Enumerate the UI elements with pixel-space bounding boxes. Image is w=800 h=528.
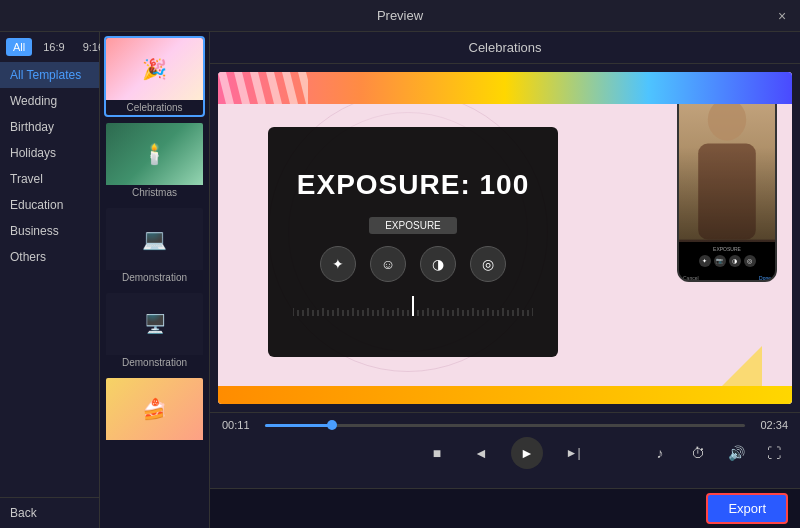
template-item-demo1[interactable]: Demonstration (104, 206, 205, 287)
sidebar-item-others[interactable]: Others (0, 244, 99, 270)
progress-thumb[interactable] (327, 420, 337, 430)
window-title: Preview (377, 8, 423, 23)
title-bar: Preview × (0, 0, 800, 32)
sidebar-item-travel[interactable]: Travel (0, 166, 99, 192)
next-button[interactable]: ►| (559, 439, 587, 467)
exposure-title: EXPOSURE: 100 (297, 169, 529, 201)
phone-controls: EXPOSURE ✦ 📷 ◑ ◎ (679, 242, 775, 273)
template-thumb-celebrations (106, 38, 203, 100)
template-thumb-christmas (106, 123, 203, 185)
filter-tab-16-9[interactable]: 16:9 (36, 38, 71, 56)
phone-exposure-label: EXPOSURE (683, 246, 771, 252)
template-item-celebrations[interactable]: Celebrations (104, 36, 205, 117)
template-label-christmas: Christmas (106, 185, 203, 200)
total-time: 02:34 (753, 419, 788, 431)
timer-button[interactable]: ⏱ (684, 439, 712, 467)
phone-screen (679, 84, 775, 242)
progress-fill (265, 424, 332, 427)
template-label-food (106, 440, 203, 444)
controls-row-wrapper: ■ ◄ ► ►| ♪ ⏱ 🔊 ⛶ (222, 437, 788, 469)
bottom-bar: Export (210, 488, 800, 528)
filter-tabs: All 16:9 9:16 (0, 32, 99, 62)
template-label-demo2: Demonstration (106, 355, 203, 370)
template-thumb-food (106, 378, 203, 440)
fullscreen-button[interactable]: ⛶ (760, 439, 788, 467)
preview-title: Celebrations (469, 40, 542, 55)
sidebar-item-all-templates[interactable]: All Templates (0, 62, 99, 88)
stripe-pattern (218, 72, 308, 104)
svg-point-52 (708, 98, 746, 140)
sidebar-item-business[interactable]: Business (0, 218, 99, 244)
preview-area: Celebrations (210, 32, 800, 528)
template-list: Celebrations Christmas Demonstration Dem… (100, 32, 210, 528)
sidebar-item-birthday[interactable]: Birthday (0, 114, 99, 140)
stop-button[interactable]: ■ (423, 439, 451, 467)
preview-header: Celebrations (210, 32, 800, 64)
template-label-demo1: Demonstration (106, 270, 203, 285)
phone-ctrl-2[interactable]: 📷 (714, 255, 726, 267)
back-button[interactable]: Back (0, 497, 99, 528)
controls-row: ■ ◄ ► ►| (423, 437, 587, 469)
phone-ctrl-3[interactable]: ◑ (729, 255, 741, 267)
close-button[interactable]: × (774, 8, 790, 24)
exposure-emoji-btn[interactable]: ☺ (370, 246, 406, 282)
sidebar: All 16:9 9:16 All Templates Wedding Birt… (0, 32, 100, 528)
svg-rect-1 (218, 72, 308, 104)
play-button[interactable]: ► (511, 437, 543, 469)
template-thumb-demo2 (106, 293, 203, 355)
exposure-box: EXPOSURE: 100 EXPOSURE ✦ ☺ ◑ ◎ (268, 127, 558, 357)
main-layout: All 16:9 9:16 All Templates Wedding Birt… (0, 32, 800, 528)
category-list: All Templates Wedding Birthday Holidays … (0, 62, 99, 497)
phone-ctrl-1[interactable]: ✦ (699, 255, 711, 267)
exposure-contrast-btn[interactable]: ◑ (420, 246, 456, 282)
export-button[interactable]: Export (706, 493, 788, 524)
template-item-demo2[interactable]: Demonstration (104, 291, 205, 372)
template-item-christmas[interactable]: Christmas (104, 121, 205, 202)
sidebar-item-wedding[interactable]: Wedding (0, 88, 99, 114)
current-time: 00:11 (222, 419, 257, 431)
music-button[interactable]: ♪ (646, 439, 674, 467)
template-thumb-demo1 (106, 208, 203, 270)
preview-canvas: EXPOSURE: 100 EXPOSURE ✦ ☺ ◑ ◎ (218, 72, 792, 404)
preview-bottom-strip (218, 386, 792, 404)
playback-bar: 00:11 02:34 ■ ◄ ► ►| ♪ ⏱ 🔊 (210, 412, 800, 488)
volume-button[interactable]: 🔊 (722, 439, 750, 467)
phone-cancel-label[interactable]: Cancel (683, 275, 699, 281)
exposure-circle-btn[interactable]: ◎ (470, 246, 506, 282)
sidebar-item-holidays[interactable]: Holidays (0, 140, 99, 166)
right-icons: ♪ ⏱ 🔊 ⛶ (646, 439, 788, 467)
exposure-magic-btn[interactable]: ✦ (320, 246, 356, 282)
exposure-slider[interactable] (293, 296, 533, 316)
progress-row: 00:11 02:34 (222, 419, 788, 431)
phone-mockup: EXPOSURE ✦ 📷 ◑ ◎ Cancel Done (677, 82, 777, 282)
phone-done-label[interactable]: Done (759, 275, 771, 281)
template-label-celebrations: Celebrations (106, 100, 203, 115)
prev-button[interactable]: ◄ (467, 439, 495, 467)
filter-tab-all[interactable]: All (6, 38, 32, 56)
progress-track[interactable] (265, 424, 745, 427)
template-item-food[interactable] (104, 376, 205, 446)
phone-action-bar: Cancel Done (679, 273, 775, 282)
svg-rect-53 (698, 144, 756, 240)
preview-background: EXPOSURE: 100 EXPOSURE ✦ ☺ ◑ ◎ (218, 72, 792, 404)
sidebar-item-education[interactable]: Education (0, 192, 99, 218)
phone-ctrl-4[interactable]: ◎ (744, 255, 756, 267)
preview-top-bar (218, 72, 792, 104)
exposure-icons: ✦ ☺ ◑ ◎ (320, 246, 506, 282)
exposure-bar-label: EXPOSURE (369, 217, 457, 234)
phone-person-image (679, 84, 775, 242)
preview-triangle (722, 346, 762, 386)
